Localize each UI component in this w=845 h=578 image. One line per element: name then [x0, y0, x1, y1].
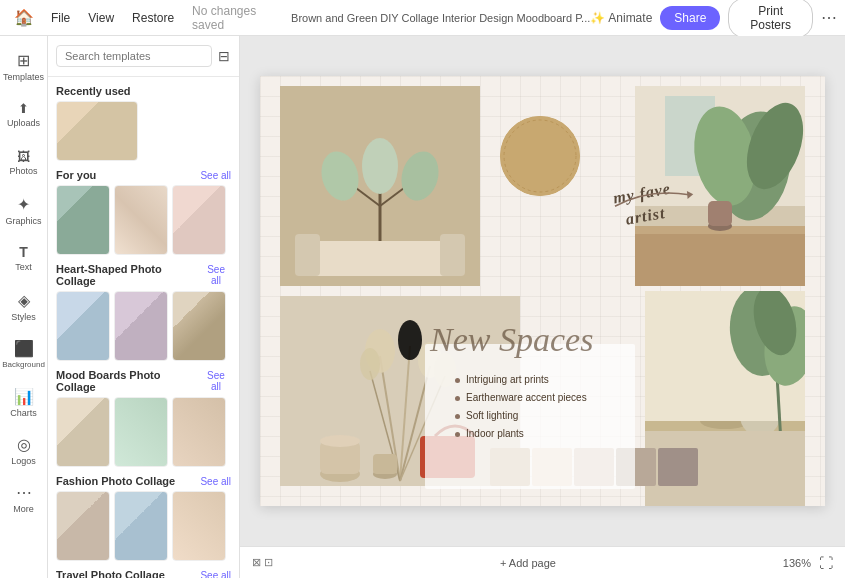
photo-cork-circle[interactable] — [500, 116, 580, 196]
fashion-template-2[interactable] — [114, 491, 168, 561]
more-icon: ⋯ — [16, 483, 32, 502]
search-input[interactable] — [56, 45, 212, 67]
svg-rect-9 — [295, 234, 320, 276]
svg-point-32 — [360, 348, 380, 380]
filter-button[interactable]: ⊟ — [216, 44, 231, 68]
heart-template-2[interactable] — [114, 291, 168, 361]
heart-shaped-grid — [56, 291, 231, 361]
search-bar: ⊟ — [48, 36, 239, 77]
top-bar: 🏠 File View Restore No changes saved Bro… — [0, 0, 845, 36]
file-menu[interactable]: File — [43, 7, 78, 29]
heart-shaped-header: Heart-Shaped Photo Collage See all — [56, 255, 231, 291]
svg-rect-18 — [635, 234, 805, 286]
svg-point-21 — [500, 116, 580, 196]
fashion-template-1[interactable] — [56, 491, 110, 561]
text-icon: T — [19, 244, 28, 260]
for-you-template-3[interactable] — [172, 185, 226, 255]
mood-template-3[interactable] — [172, 397, 226, 467]
doc-title-area: Brown and Green DIY Collage Interior Des… — [291, 12, 590, 24]
heart-template-3[interactable] — [172, 291, 226, 361]
zoom-level: 136% — [783, 557, 811, 569]
left-sidebar: ⊞ Templates ⬆ Uploads 🖼 Photos ✦ Graphic… — [0, 36, 48, 578]
mood-template-1[interactable] — [56, 397, 110, 467]
bullet-dot-3 — [455, 414, 460, 419]
sidebar-item-charts[interactable]: 📊 Charts — [4, 380, 44, 424]
svg-point-30 — [398, 320, 422, 360]
bullet-item-3: Soft lighting — [455, 407, 587, 425]
recent-template-1[interactable] — [56, 101, 138, 161]
page-icons: ⊠ ⊡ — [252, 556, 273, 569]
svg-text:artist: artist — [624, 204, 666, 228]
photo-top-left[interactable] — [280, 86, 480, 286]
sidebar-item-more[interactable]: ⋯ More — [4, 476, 44, 520]
heart-template-1[interactable] — [56, 291, 110, 361]
mood-boards-see-all[interactable]: See all — [201, 370, 231, 392]
fullscreen-button[interactable]: ⛶ — [819, 555, 833, 571]
new-spaces-text: New Spaces — [430, 321, 593, 359]
svg-point-37 — [320, 435, 360, 447]
canvas-area: my fave artist New Spaces — [240, 36, 845, 578]
fashion-title: Fashion Photo Collage — [56, 475, 175, 487]
for-you-header: For you See all — [56, 161, 231, 185]
graphics-icon: ✦ — [17, 195, 30, 214]
mood-template-2[interactable] — [114, 397, 168, 467]
sidebar-item-uploads[interactable]: ⬆ Uploads — [4, 92, 44, 136]
print-button[interactable]: Print Posters — [728, 0, 813, 38]
sidebar-item-logos[interactable]: ◎ Logos — [4, 428, 44, 472]
uploads-icon: ⬆ — [18, 101, 29, 116]
background-icon: ⬛ — [14, 339, 34, 358]
canvas-bottom-right: 136% ⛶ — [783, 555, 833, 571]
top-bar-actions: ✨ Animate Share Print Posters ⋯ — [590, 0, 837, 38]
bullet-dot-4 — [455, 432, 460, 437]
save-status: No changes saved — [184, 0, 291, 36]
share-button[interactable]: Share — [660, 6, 720, 30]
sidebar-item-templates[interactable]: ⊞ Templates — [4, 44, 44, 88]
recently-used-grid — [56, 101, 231, 161]
bullet-dot-2 — [455, 396, 460, 401]
swatch-5[interactable] — [658, 448, 698, 486]
for-you-grid — [56, 185, 231, 255]
for-you-template-1[interactable] — [56, 185, 110, 255]
restore-menu[interactable]: Restore — [124, 7, 182, 29]
sidebar-item-styles[interactable]: ◈ Styles — [4, 284, 44, 328]
templates-panel: ⊟ Recently used For you See all Hea — [48, 36, 240, 578]
svg-rect-10 — [440, 234, 465, 276]
canvas-bottom-center: + Add page — [500, 557, 556, 569]
for-you-template-2[interactable] — [114, 185, 168, 255]
canvas-page[interactable]: my fave artist New Spaces — [260, 76, 825, 506]
sidebar-item-text[interactable]: T Text — [4, 236, 44, 280]
travel-header: Travel Photo Collage See all — [56, 561, 231, 578]
photos-icon: 🖼 — [17, 149, 30, 164]
bullet-item-4: Indoor plants — [455, 425, 587, 443]
canvas-main[interactable]: my fave artist New Spaces — [240, 36, 845, 546]
styles-icon: ◈ — [18, 291, 30, 310]
mood-boards-title: Mood Boards Photo Collage — [56, 369, 201, 393]
home-icon: 🏠 — [14, 8, 34, 27]
for-you-title: For you — [56, 169, 96, 181]
moodboard: my fave artist New Spaces — [260, 76, 825, 506]
fashion-grid — [56, 491, 231, 561]
fashion-template-3[interactable] — [172, 491, 226, 561]
bullet-list: Intriguing art prints Earthenware accent… — [455, 371, 587, 443]
templates-scroll[interactable]: Recently used For you See all Heart-Shap… — [48, 77, 239, 578]
home-nav[interactable]: 🏠 — [8, 4, 41, 32]
document-title: Brown and Green DIY Collage Interior Des… — [291, 12, 590, 24]
view-menu[interactable]: View — [80, 7, 122, 29]
svg-rect-8 — [300, 241, 460, 276]
fashion-see-all[interactable]: See all — [200, 476, 231, 487]
for-you-see-all[interactable]: See all — [200, 170, 231, 181]
more-options-button[interactable]: ⋯ — [821, 8, 837, 27]
heart-shaped-title: Heart-Shaped Photo Collage — [56, 263, 201, 287]
sidebar-item-photos[interactable]: 🖼 Photos — [4, 140, 44, 184]
sidebar-item-graphics[interactable]: ✦ Graphics — [4, 188, 44, 232]
animate-icon: ✨ — [590, 11, 605, 25]
sidebar-item-background[interactable]: ⬛ Background — [4, 332, 44, 376]
heart-shaped-see-all[interactable]: See all — [201, 264, 231, 286]
animate-button[interactable]: ✨ Animate — [590, 11, 652, 25]
fashion-header: Fashion Photo Collage See all — [56, 467, 231, 491]
travel-see-all[interactable]: See all — [200, 570, 231, 579]
bullet-item-2: Earthenware accent pieces — [455, 389, 587, 407]
add-page-button[interactable]: + Add page — [500, 557, 556, 569]
travel-title: Travel Photo Collage — [56, 569, 165, 578]
svg-marker-54 — [687, 190, 694, 198]
